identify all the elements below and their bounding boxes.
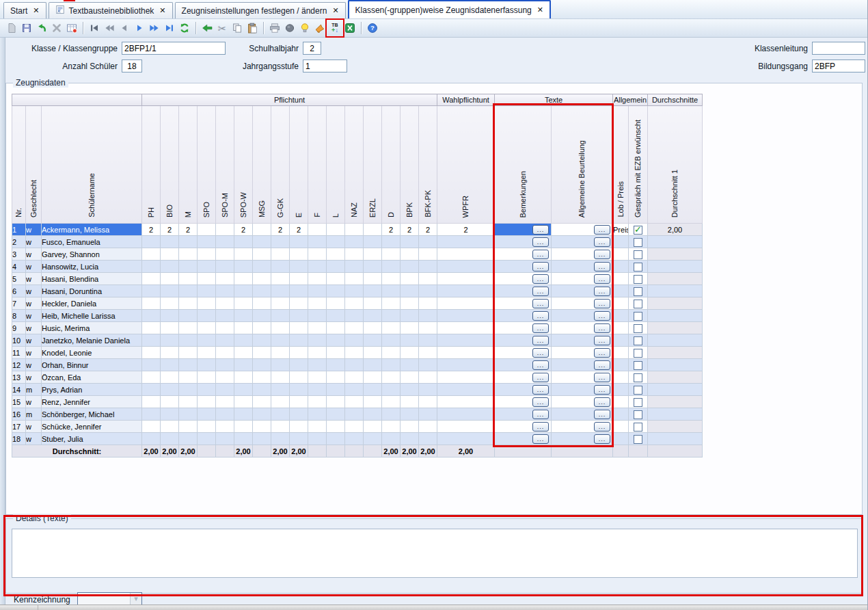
grade-cell[interactable] (364, 261, 382, 273)
grade-cell[interactable] (345, 236, 364, 248)
grade-cell[interactable] (364, 384, 382, 396)
ezb-cell[interactable] (629, 261, 648, 273)
bemerkungen-cell[interactable]: ... (495, 384, 552, 396)
grade-cell[interactable] (419, 408, 437, 421)
grade-cell[interactable]: 2 (234, 224, 253, 236)
back-arrow-icon[interactable] (200, 21, 215, 36)
grade-cell[interactable] (253, 421, 271, 433)
grade-cell[interactable] (345, 371, 364, 384)
grade-cell[interactable] (179, 334, 198, 347)
grade-cell[interactable] (290, 421, 308, 433)
save-icon[interactable] (19, 21, 34, 36)
grade-cell[interactable] (216, 371, 234, 384)
grade-cell[interactable] (419, 396, 437, 408)
table-row[interactable]: 7wHeckler, Daniela...... (12, 297, 703, 310)
edit-text-button[interactable]: ... (594, 323, 610, 333)
grade-cell[interactable] (308, 384, 327, 396)
grade-cell[interactable] (271, 310, 290, 322)
ezb-checkbox[interactable] (634, 238, 642, 247)
lob-preis-cell[interactable] (613, 408, 629, 421)
chevron-down-icon[interactable]: ▾ (130, 593, 141, 605)
grade-cell[interactable]: 2 (179, 224, 198, 236)
grade-cell[interactable] (142, 384, 161, 396)
lob-preis-cell[interactable] (613, 322, 629, 334)
grade-cell[interactable] (437, 421, 495, 433)
grade-cell[interactable] (253, 384, 271, 396)
grade-cell[interactable] (198, 334, 216, 347)
bemerkungen-cell[interactable]: ... (495, 285, 552, 297)
grade-cell[interactable] (142, 297, 161, 310)
grade-cell[interactable] (253, 347, 271, 359)
grade-cell[interactable] (216, 359, 234, 371)
grade-cell[interactable] (198, 433, 216, 445)
grade-cell[interactable] (290, 396, 308, 408)
grade-cell[interactable] (327, 433, 345, 445)
grade-cell[interactable] (179, 371, 198, 384)
grade-cell[interactable] (216, 334, 234, 347)
grade-cell[interactable] (271, 322, 290, 334)
record-icon[interactable] (282, 21, 297, 36)
allgemeine-beurteilung-cell[interactable]: ... (552, 396, 613, 408)
grade-cell[interactable] (327, 384, 345, 396)
grade-cell[interactable] (198, 371, 216, 384)
grade-cell[interactable] (345, 310, 364, 322)
lob-preis-cell[interactable] (613, 384, 629, 396)
grade-cell[interactable] (364, 273, 382, 285)
student-name-cell[interactable]: Ackermann, Melissa (42, 224, 142, 236)
grade-cell[interactable] (161, 322, 179, 334)
grade-cell[interactable] (161, 433, 179, 445)
grade-cell[interactable] (142, 273, 161, 285)
grade-cell[interactable] (327, 297, 345, 310)
grade-cell[interactable] (345, 396, 364, 408)
grade-cell[interactable] (290, 261, 308, 273)
grade-cell[interactable] (308, 224, 327, 236)
grade-cell[interactable] (401, 261, 419, 273)
edit-text-button[interactable]: ... (532, 299, 549, 308)
grade-cell[interactable] (179, 261, 198, 273)
student-name-cell[interactable]: Heib, Michelle Larissa (42, 310, 142, 322)
grade-cell[interactable] (345, 433, 364, 445)
bemerkungen-cell[interactable]: ... (495, 224, 552, 236)
lob-preis-cell[interactable] (613, 273, 629, 285)
table-row[interactable]: 1wAckermann, Melissa2222222222......Prei… (12, 224, 703, 236)
refresh-icon[interactable] (177, 21, 192, 36)
grade-cell[interactable] (308, 297, 327, 310)
grade-cell[interactable] (345, 224, 364, 236)
allgemeine-beurteilung-cell[interactable]: ... (552, 248, 613, 261)
ezb-cell[interactable] (629, 248, 648, 261)
grade-cell[interactable] (142, 396, 161, 408)
grade-cell[interactable] (419, 322, 437, 334)
ezb-checkbox[interactable] (634, 312, 642, 321)
grade-cell[interactable] (345, 421, 364, 433)
grade-cell[interactable] (382, 334, 401, 347)
grade-cell[interactable] (271, 347, 290, 359)
grade-cell[interactable] (364, 347, 382, 359)
ezb-checkbox[interactable] (634, 373, 642, 382)
lob-preis-cell[interactable] (613, 236, 629, 248)
grade-cell[interactable] (179, 248, 198, 261)
grade-cell[interactable] (290, 408, 308, 421)
tab-close-icon[interactable]: ✕ (33, 6, 39, 15)
grade-cell[interactable] (382, 433, 401, 445)
grade-cell[interactable] (290, 347, 308, 359)
grade-cell[interactable] (308, 408, 327, 421)
help-icon[interactable]: ? (365, 21, 380, 36)
edit-text-button[interactable]: ... (594, 262, 610, 271)
grade-cell[interactable] (198, 285, 216, 297)
grade-cell[interactable] (437, 371, 495, 384)
grade-cell[interactable] (419, 236, 437, 248)
bemerkungen-cell[interactable]: ... (495, 421, 552, 433)
table-row[interactable]: 2wFusco, Emanuela...... (12, 236, 703, 248)
grade-cell[interactable] (198, 261, 216, 273)
grade-cell[interactable] (382, 236, 401, 248)
grade-cell[interactable] (327, 261, 345, 273)
grade-cell[interactable] (327, 396, 345, 408)
grade-cell[interactable] (161, 261, 179, 273)
edit-text-button[interactable]: ... (594, 287, 610, 296)
tab-klassenweise-zeugnisdatenerfassung[interactable]: Klassen(-gruppen)weise Zeugnisdatenerfas… (348, 0, 551, 18)
notify-horn-icon[interactable] (312, 21, 327, 36)
grade-cell[interactable] (401, 334, 419, 347)
edit-text-button[interactable]: ... (532, 348, 549, 358)
grade-cell[interactable] (345, 297, 364, 310)
grade-cell[interactable] (290, 334, 308, 347)
